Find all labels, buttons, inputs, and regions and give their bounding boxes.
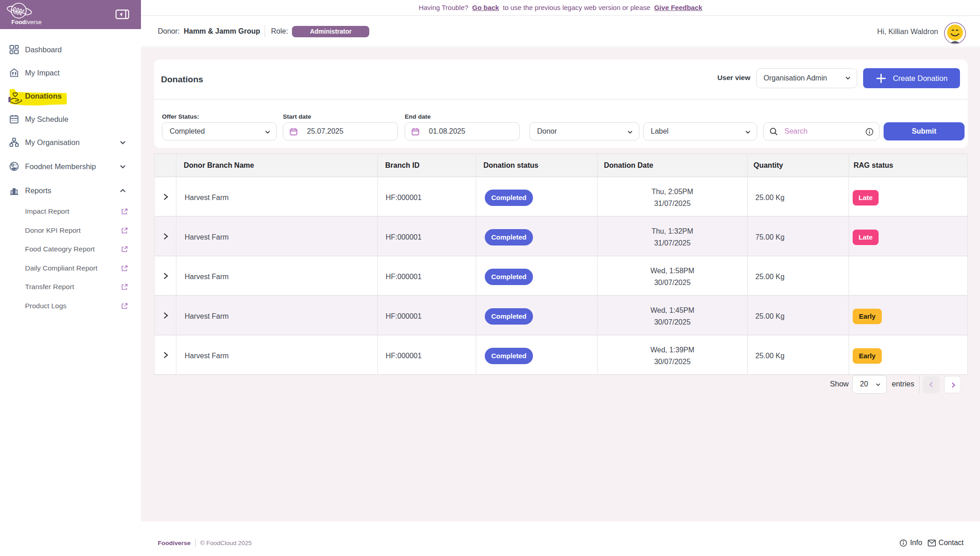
svg-text:Foodiverse: Foodiverse (11, 19, 41, 25)
